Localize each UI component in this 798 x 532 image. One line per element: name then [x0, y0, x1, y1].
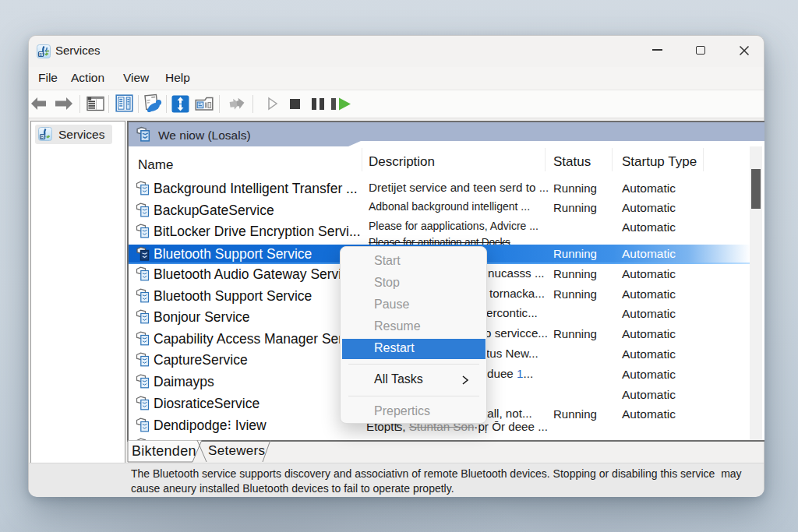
svg-text:BY: BY: [39, 52, 45, 57]
svg-text:BY: BY: [41, 135, 47, 139]
